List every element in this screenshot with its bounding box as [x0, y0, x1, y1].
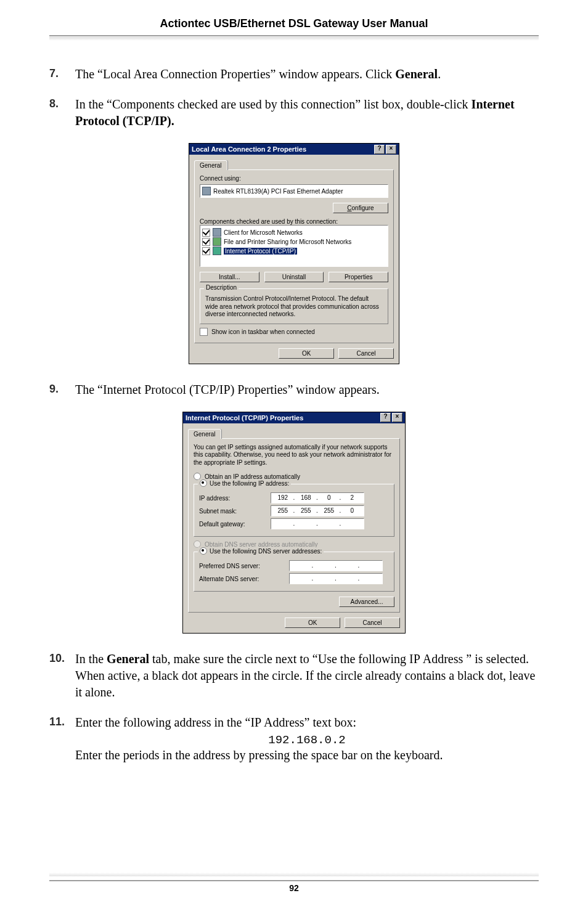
checkbox-icon[interactable] — [202, 238, 210, 246]
panel-general: Connect using: Realtek RTL8139(A) PCI Fa… — [194, 169, 394, 343]
ok-button[interactable]: OK — [279, 348, 334, 359]
text: Enter the following address in the “ — [75, 715, 250, 729]
ip-octet — [317, 519, 341, 529]
help-icon[interactable]: ? — [380, 413, 391, 422]
step-7: 7. The “Local Area Connection Properties… — [49, 66, 539, 83]
header-divider — [49, 35, 539, 41]
item-label: Client for Microsoft Networks — [224, 229, 303, 236]
adapter-name: Realtek RTL8139(A) PCI Fast Ethernet Ada… — [213, 188, 343, 195]
titlebar: Internet Protocol (TCP/IP) Properties ? … — [183, 412, 405, 423]
text: Address” text box: — [261, 715, 356, 729]
ip-octet — [359, 574, 383, 584]
term-tcpip: TCP/IP — [194, 383, 231, 396]
description-group: Description Transmission Control Protoco… — [200, 288, 388, 324]
components-listbox[interactable]: Client for Microsoft Networks File and P… — [200, 225, 388, 267]
step-number: 11. — [49, 714, 75, 731]
label-subnet: Subnet mask: — [199, 508, 267, 515]
radio-use-ip[interactable] — [200, 479, 207, 487]
gateway-row: Default gateway: — [199, 518, 389, 529]
description-text: Transmission Control Protocol/Internet P… — [205, 295, 383, 319]
preferred-dns-field[interactable] — [289, 560, 383, 571]
install-button[interactable]: Install... — [200, 272, 259, 282]
text: ). — [167, 114, 174, 128]
step-11: 11. Enter the following address in the “… — [49, 714, 539, 731]
text: ) Properties” window appears. — [231, 383, 380, 396]
ip-octet: 255 — [271, 506, 295, 516]
step-body: The “Internet Protocol (TCP/IP) Properti… — [75, 381, 539, 398]
default-gateway-field[interactable] — [271, 518, 364, 529]
cancel-button[interactable]: Cancel — [345, 618, 400, 628]
step-number: 10. — [49, 651, 75, 701]
item-label-selected: Internet Protocol (TCP/IP) — [224, 248, 297, 255]
label-ip: IP address: — [199, 495, 267, 502]
radio-use-dns[interactable] — [200, 547, 207, 555]
label-alternate-dns: Alternate DNS server: — [199, 576, 285, 582]
footer-shade — [49, 873, 539, 876]
manual-title: Actiontec USB/Ethernet DSL Gateway User … — [49, 17, 539, 30]
step-10: 10. In the General tab, make sure the ci… — [49, 651, 539, 701]
alternate-dns-field[interactable] — [289, 573, 383, 584]
footer: 92 — [0, 873, 588, 893]
term-general: General — [107, 652, 149, 666]
ip-octet: 255 — [295, 506, 318, 516]
list-item[interactable]: Internet Protocol (TCP/IP) — [202, 247, 386, 255]
checkbox-icon[interactable] — [202, 247, 210, 255]
step-8: 8. In the “Components checked are used b… — [49, 96, 539, 129]
ip-octet: 0 — [341, 506, 364, 516]
list-buttons: Install... Uninstall Properties — [200, 272, 388, 282]
screenshot-lac-properties: Local Area Connection 2 Properties ? × G… — [49, 143, 539, 364]
step-body: The “Local Area Connection Properties” w… — [75, 66, 539, 83]
uninstall-button[interactable]: Uninstall — [264, 272, 324, 282]
use-ip-group: Use the following IP address: IP address… — [194, 484, 394, 537]
configure-button[interactable]: Configure — [333, 203, 388, 213]
group-legend: Use the following DNS server addresses: — [198, 547, 324, 555]
step-number: 7. — [49, 66, 75, 83]
ip-octet — [295, 519, 318, 529]
titlebar: Local Area Connection 2 Properties ? × — [189, 144, 399, 155]
item-label: File and Printer Sharing for Microsoft N… — [224, 238, 351, 245]
preferred-dns-row: Preferred DNS server: — [199, 560, 389, 571]
dialog-tcpip: Internet Protocol (TCP/IP) Properties ? … — [182, 412, 406, 634]
adapter-icon — [202, 187, 211, 195]
radio-label: Obtain an IP address automatically — [205, 473, 300, 480]
ok-button[interactable]: OK — [285, 618, 340, 628]
checkbox-icon[interactable] — [202, 229, 210, 237]
text: The “Local Area Connection Properties” w… — [75, 67, 395, 81]
ip-address-field[interactable]: 192 168 0 2 — [271, 492, 364, 503]
advanced-button[interactable]: Advanced... — [339, 597, 394, 607]
close-icon[interactable]: × — [386, 145, 396, 154]
screenshot-tcpip-properties: Internet Protocol (TCP/IP) Properties ? … — [49, 412, 539, 634]
ip-octet: 0 — [317, 493, 341, 503]
close-icon[interactable]: × — [392, 413, 402, 422]
properties-button[interactable]: Properties — [329, 272, 388, 282]
fileprint-icon — [213, 237, 221, 246]
list-item[interactable]: File and Printer Sharing for Microsoft N… — [202, 237, 386, 246]
subnet-mask-field[interactable]: 255 255 255 0 — [271, 505, 364, 516]
tab-general[interactable]: General — [188, 429, 221, 439]
group-legend: Description — [204, 284, 239, 291]
radio-label: Obtain DNS server address automatically — [205, 541, 317, 548]
show-icon-label: Show icon in taskbar when connected — [211, 328, 315, 335]
page: Actiontec USB/Ethernet DSL Gateway User … — [0, 0, 588, 909]
radio-label: Use the following DNS server addresses: — [210, 548, 322, 555]
term-ip: IP — [409, 652, 420, 666]
step-body: In the General tab, make sure the circle… — [75, 651, 539, 701]
code-ip-address: 192.168.0.2 — [268, 733, 345, 747]
dialog-title: Internet Protocol (TCP/IP) Properties — [186, 412, 379, 423]
ip-octet — [341, 519, 364, 529]
show-icon-checkbox[interactable] — [200, 328, 208, 336]
list-item[interactable]: Client for Microsoft Networks — [202, 228, 386, 237]
group-legend: Use the following IP address: — [198, 479, 291, 487]
show-icon-row: Show icon in taskbar when connected — [200, 328, 388, 336]
help-icon[interactable]: ? — [374, 145, 385, 154]
cancel-button[interactable]: Cancel — [338, 348, 394, 359]
step-11-code: 192.168.0.2 — [75, 733, 539, 747]
term-ip: IP — [250, 715, 261, 729]
label-preferred-dns: Preferred DNS server: — [199, 563, 285, 569]
page-number: 92 — [0, 883, 588, 893]
tab-general[interactable]: General — [194, 160, 227, 170]
step-body: Enter the following address in the “IP A… — [75, 714, 539, 731]
step-body: In the “Components checked are used by t… — [75, 96, 539, 129]
term-general: General — [395, 67, 438, 81]
ip-octet: 192 — [271, 493, 295, 503]
